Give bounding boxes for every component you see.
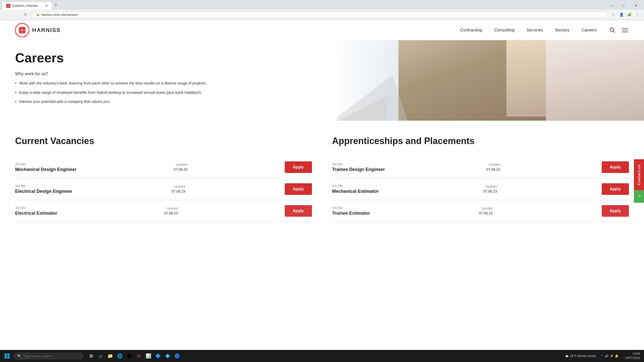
tab-title: Careers | Harniss — [12, 4, 38, 8]
apprenticeships-section: Apprenticeships and Placements Job title… — [332, 136, 629, 222]
job-label: Job title — [332, 206, 370, 210]
job-listing: Job title Trainee Estimator Updated 07.0… — [332, 200, 629, 222]
benefit-item-2: Enjoy a wide range of employee benefits … — [15, 90, 322, 96]
job-label: Job title — [332, 162, 385, 166]
tab-close-button[interactable]: ✕ — [45, 4, 48, 8]
logo-svg — [15, 23, 29, 37]
apply-button[interactable]: Apply — [602, 161, 629, 173]
browser-toolbar: ‹ › ↻ 🔒 harniss.verto.site/careers ☆ 👤 🧩… — [0, 10, 644, 20]
job-info: Job title Electrical Design Engineer — [15, 184, 72, 194]
nav-links: Contracting Consulting Services Sectors … — [460, 28, 597, 33]
search-icon — [610, 27, 615, 33]
apply-button[interactable]: Apply — [285, 205, 312, 217]
benefit-item-3: Harniss your potential with a company th… — [15, 99, 322, 105]
job-info: Job title Trainee Estimator — [332, 206, 370, 216]
lock-icon: 🔒 — [36, 13, 40, 16]
back-button[interactable]: ‹ — [3, 11, 10, 18]
search-button[interactable] — [609, 27, 616, 34]
address-bar[interactable]: 🔒 harniss.verto.site/careers — [32, 11, 607, 18]
forward-button[interactable]: › — [13, 11, 20, 18]
job-label: Job title — [15, 184, 72, 188]
nav-item-sectors[interactable]: Sectors — [555, 28, 570, 33]
job-updated: Updated 07.06.23 — [174, 163, 188, 171]
menu-button[interactable]: ⋮ — [634, 11, 641, 18]
apply-button[interactable]: Apply — [602, 183, 629, 195]
share-button[interactable]: ↗ — [634, 190, 644, 203]
browser-chrome: H Careers | Harniss ✕ + — □ ✕ ‹ › ↻ 🔒 ha… — [0, 0, 644, 20]
url-text: harniss.verto.site/careers — [41, 13, 603, 17]
main-content: Current Vacancies Job title Mechanical D… — [0, 121, 644, 232]
job-info: Job title Mechanical Design Engineer — [15, 162, 76, 172]
updated-date: 07.06.23 — [487, 167, 500, 171]
new-tab-button[interactable]: + — [52, 2, 59, 9]
apply-button[interactable]: Apply — [602, 205, 629, 217]
hero-section: Careers Why work for us? Work with the i… — [0, 40, 644, 121]
job-listing: Job title Mechanical Design Engineer Upd… — [15, 156, 312, 178]
job-title: Trainee Estimator — [332, 211, 370, 216]
nav-item-consulting[interactable]: Consulting — [494, 28, 514, 33]
contact-tab[interactable]: Contact-us — [634, 159, 644, 190]
updated-label: Updated — [487, 163, 500, 166]
hero-image — [337, 40, 644, 121]
hamburger-menu-button[interactable] — [622, 27, 629, 34]
contact-sidebar: Contact-us ↗ — [634, 159, 644, 203]
job-info: Job title Mechanical Estimator — [332, 184, 379, 194]
nav-link-careers[interactable]: Careers — [582, 28, 597, 32]
site-navigation: HARNISS Contracting Consulting Services … — [0, 20, 644, 40]
job-updated: Updated 07.06.23 — [487, 163, 500, 171]
nav-actions — [609, 27, 629, 34]
job-label: Job title — [332, 184, 379, 188]
updated-label: Updated — [172, 185, 185, 188]
bookmark-icon[interactable]: ☆ — [610, 11, 617, 18]
job-listing: Job title Mechanical Estimator Updated 0… — [332, 178, 629, 200]
updated-date: 07.06.23 — [172, 189, 185, 193]
updated-label: Updated — [483, 185, 497, 188]
vacancies-grid: Current Vacancies Job title Mechanical D… — [15, 136, 629, 222]
close-button[interactable]: ✕ — [630, 2, 642, 10]
updated-label: Updated — [479, 207, 493, 210]
benefit-item-1: Work with the industry's best, learning … — [15, 80, 322, 86]
svg-line-2 — [613, 31, 615, 32]
current-vacancies-title: Current Vacancies — [15, 136, 312, 146]
browser-tab[interactable]: H Careers | Harniss ✕ — [2, 2, 52, 10]
hero-background — [337, 40, 644, 121]
share-icon: ↗ — [637, 194, 641, 199]
nav-item-contracting[interactable]: Contracting — [460, 28, 482, 33]
nav-link-consulting[interactable]: Consulting — [494, 28, 514, 32]
svg-point-0 — [15, 23, 29, 37]
reload-button[interactable]: ↻ — [22, 11, 29, 18]
contact-label: Contact-us — [637, 164, 641, 185]
apply-button[interactable]: Apply — [285, 161, 312, 173]
hero-content: Careers Why work for us? Work with the i… — [0, 40, 337, 121]
job-title: Electrical Design Engineer — [15, 189, 72, 194]
apply-button[interactable]: Apply — [285, 183, 312, 195]
maximize-button[interactable]: □ — [618, 2, 629, 10]
job-updated: Updated 07.06.23 — [479, 207, 493, 215]
job-title: Trainee Design Engineer — [332, 167, 385, 172]
updated-date: 07.06.23 — [164, 211, 178, 215]
nav-link-contracting[interactable]: Contracting — [460, 28, 482, 32]
updated-date: 07.06.23 — [174, 167, 188, 171]
nav-link-sectors[interactable]: Sectors — [555, 28, 570, 32]
tab-favicon: H — [6, 4, 10, 8]
nav-item-services[interactable]: Services — [527, 28, 543, 33]
updated-date: 07.06.23 — [483, 189, 497, 193]
page-title: Careers — [15, 50, 322, 65]
why-work-heading: Why work for us? — [15, 71, 322, 76]
job-listing: Job title Electrical Design Engineer Upd… — [15, 178, 312, 200]
updated-label: Updated — [164, 207, 178, 210]
apprenticeships-title: Apprenticeships and Placements — [332, 136, 629, 146]
benefits-list: Work with the industry's best, learning … — [15, 80, 322, 105]
current-vacancies-section: Current Vacancies Job title Mechanical D… — [15, 136, 312, 222]
profile-icon[interactable]: 👤 — [618, 11, 625, 18]
extensions-icon[interactable]: 🧩 — [626, 11, 633, 18]
job-updated: Updated 07.06.23 — [483, 185, 497, 193]
logo-text: HARNISS — [32, 27, 61, 33]
job-info: Job title Electrical Estimator — [15, 206, 57, 216]
logo[interactable]: HARNISS — [15, 23, 61, 37]
updated-date: 07.06.23 — [479, 211, 493, 215]
updated-label: Updated — [174, 163, 188, 166]
nav-item-careers[interactable]: Careers — [582, 28, 597, 33]
nav-link-services[interactable]: Services — [527, 28, 543, 32]
minimize-button[interactable]: — — [605, 2, 617, 10]
